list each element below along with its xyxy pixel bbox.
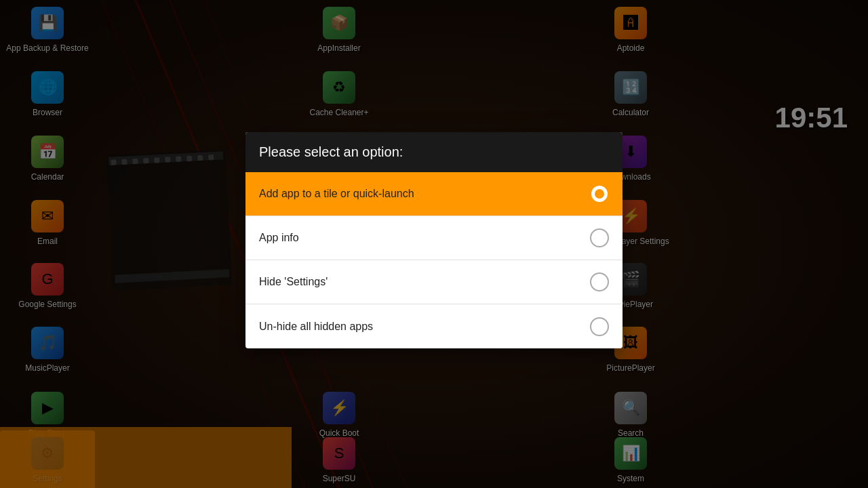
desktop: 19:51 💾App Backup & Restore📦AppInstaller… xyxy=(0,0,868,488)
dialog-option-opt-appinfo[interactable]: App info xyxy=(245,216,623,260)
dialog-option-opt-hide[interactable]: Hide 'Settings' xyxy=(245,260,623,304)
option-label-opt-unhide: Un-hide all hidden apps xyxy=(259,321,373,333)
radio-btn-opt-unhide[interactable] xyxy=(590,317,609,336)
dialog-option-opt-unhide[interactable]: Un-hide all hidden apps xyxy=(245,304,623,348)
options-dialog: Please select an option: Add app to a ti… xyxy=(245,132,623,348)
radio-inner-opt-quicklaunch xyxy=(595,189,604,199)
option-label-opt-quicklaunch: Add app to a tile or quick-launch xyxy=(259,188,414,200)
dialog-option-opt-quicklaunch[interactable]: Add app to a tile or quick-launch xyxy=(245,172,623,216)
option-label-opt-appinfo: App info xyxy=(259,232,299,244)
radio-btn-opt-quicklaunch[interactable] xyxy=(590,184,609,203)
dialog-options-container: Add app to a tile or quick-launchApp inf… xyxy=(245,172,623,348)
dialog-title: Please select an option: xyxy=(245,132,623,172)
radio-btn-opt-appinfo[interactable] xyxy=(590,228,609,247)
option-label-opt-hide: Hide 'Settings' xyxy=(259,276,328,288)
radio-btn-opt-hide[interactable] xyxy=(590,272,609,291)
